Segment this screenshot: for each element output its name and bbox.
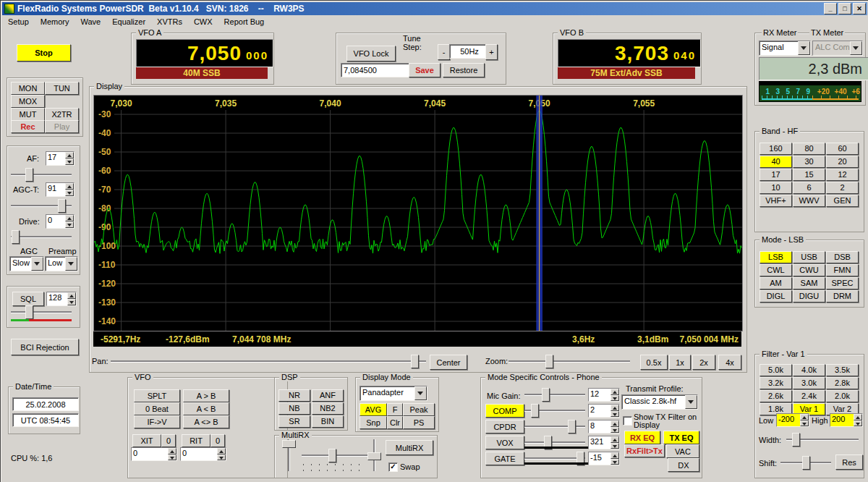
start-stop-button[interactable]: Stop (17, 44, 71, 62)
rit-zero-button[interactable]: 0 (210, 434, 225, 447)
spinner-down-icon[interactable] (65, 221, 74, 228)
spinner-up-icon[interactable] (65, 152, 74, 158)
sql-slider[interactable] (11, 305, 72, 318)
tx-eq-button[interactable]: TX EQ (663, 431, 699, 444)
filter-28k-button[interactable]: 2.8k (826, 377, 859, 389)
sql-spinner[interactable]: 128 (46, 292, 77, 306)
swap-checkbox[interactable] (388, 462, 398, 472)
drive-slider[interactable] (11, 229, 72, 243)
comp-button[interactable]: COMP (485, 404, 524, 418)
slider-thumb[interactable] (411, 355, 419, 368)
gate-button[interactable]: GATE (485, 452, 524, 465)
mode-am-button[interactable]: AM (760, 277, 792, 289)
spinner-up-icon[interactable] (610, 436, 619, 443)
band-40-button[interactable]: 40 (760, 156, 792, 168)
xit-button[interactable]: XIT (132, 434, 161, 447)
chevron-down-icon[interactable] (31, 257, 43, 271)
zoom-slider[interactable] (509, 354, 630, 368)
nb2-button[interactable]: NB2 (312, 402, 344, 415)
band-6-button[interactable]: 6 (793, 182, 825, 194)
spinner-up-icon[interactable] (610, 452, 619, 459)
show-tx-filter-checkbox[interactable] (623, 416, 632, 426)
menu-wave[interactable]: Wave (75, 16, 106, 28)
vox-button[interactable]: VOX (485, 436, 524, 449)
sr-button[interactable]: SR (278, 415, 310, 428)
nr-button[interactable]: NR (278, 389, 310, 402)
zoom-4x-button[interactable]: 4x (718, 355, 741, 370)
spinner-up-icon[interactable] (800, 414, 809, 420)
band-20-button[interactable]: 20 (826, 156, 859, 168)
filter-30k-button[interactable]: 3.0k (793, 377, 825, 389)
mic-gain-slider[interactable] (524, 387, 585, 401)
vfo-b-frequency-display[interactable]: 3,703 040 (558, 39, 701, 67)
slider-thumb[interactable] (792, 433, 800, 447)
peak-button[interactable]: Peak (403, 403, 435, 416)
menu-setup[interactable]: Setup (2, 16, 35, 28)
multirx-gain-slider[interactable] (281, 439, 295, 471)
xit-spinner[interactable]: 0 (131, 447, 177, 461)
chevron-down-icon[interactable] (685, 395, 697, 409)
slider-thumb[interactable] (25, 168, 33, 182)
spinner-down-icon[interactable] (610, 395, 619, 402)
clr-button[interactable]: Clr (387, 416, 403, 429)
b-to-a-button[interactable]: A < B (183, 402, 229, 415)
mode-usb-button[interactable]: USB (793, 251, 825, 263)
spectrum-display[interactable]: -30-40-50-60-70-80-90-100-110-120-130-14… (93, 95, 743, 331)
spinner-up-icon[interactable] (168, 448, 176, 454)
mode-digu-button[interactable]: DIGU (793, 290, 825, 303)
sql-button[interactable]: SQL (12, 292, 44, 306)
tx-meter-select[interactable]: ALC Comp (812, 41, 863, 56)
filter-shift-reset-button[interactable]: Res (835, 454, 863, 470)
menu-cwx[interactable]: CWX (188, 16, 218, 28)
filter-24k-button[interactable]: 2.4k (793, 390, 825, 402)
anf-button[interactable]: ANF (312, 389, 344, 402)
mode-drm-button[interactable]: DRM (826, 290, 859, 303)
spinner-down-icon[interactable] (168, 454, 176, 461)
chevron-down-icon[interactable] (65, 257, 77, 271)
spinner-up-icon[interactable] (610, 389, 619, 395)
dx-button[interactable]: DX (668, 458, 699, 472)
filter-shift-slider[interactable] (780, 455, 831, 469)
mode-spec-button[interactable]: SPEC (826, 277, 859, 289)
spinner-down-icon[interactable] (610, 427, 619, 434)
a-swap-b-button[interactable]: A <> B (183, 415, 229, 428)
agct-spinner[interactable]: 91 (46, 182, 75, 197)
drive-spinner[interactable]: 0 (46, 214, 75, 229)
slider-thumb[interactable] (802, 456, 810, 470)
mode-digl-button[interactable]: DIGL (760, 290, 792, 303)
center-button[interactable]: Center (430, 355, 467, 370)
band-wwv-button[interactable]: WWV (793, 195, 825, 207)
quick-memory-field[interactable]: 7,084500 (341, 63, 410, 77)
filter-26k-button[interactable]: 2.6k (760, 390, 792, 402)
multirx-button[interactable]: MultiRX (386, 440, 433, 455)
rx-meter-select[interactable]: Signal (759, 41, 811, 56)
spinner-down-icon[interactable] (65, 158, 74, 165)
mut-button[interactable]: MUT (11, 108, 45, 121)
tune-step-up-button[interactable]: + (485, 44, 498, 60)
chevron-down-icon[interactable] (850, 41, 862, 55)
cpdr-slider[interactable] (524, 419, 585, 433)
spinner-down-icon[interactable] (217, 454, 226, 461)
spinner-up-icon[interactable] (65, 215, 74, 221)
a-to-b-button[interactable]: A > B (183, 389, 229, 402)
zoom-1x-button[interactable]: 1x (669, 355, 691, 370)
band-10-button[interactable]: 10 (760, 182, 792, 194)
filter-width-slider[interactable] (786, 432, 859, 446)
zoom-2x-button[interactable]: 2x (692, 355, 715, 370)
spinner-down-icon[interactable] (610, 459, 619, 465)
band-vhf-button[interactable]: VHF+ (760, 195, 792, 207)
bin-button[interactable]: BIN (312, 415, 344, 428)
bci-rejection-button[interactable]: BCI Rejection (11, 339, 79, 355)
tune-step-down-button[interactable]: - (438, 44, 450, 60)
mode-cwu-button[interactable]: CWU (793, 264, 825, 276)
af-slider[interactable] (11, 167, 72, 181)
multirx-balance-slider[interactable] (367, 439, 380, 471)
spinner-up-icon[interactable] (67, 292, 76, 299)
filter-high-spinner[interactable]: 200 (830, 413, 863, 427)
mode-lsb-button[interactable]: LSB (760, 251, 792, 263)
comp-slider[interactable] (524, 403, 585, 417)
mon-button[interactable]: MON (11, 82, 45, 95)
slider-thumb[interactable] (545, 355, 553, 368)
comp-spinner[interactable]: 2 (588, 404, 620, 418)
display-mode-select[interactable]: Panadapter (359, 386, 427, 401)
